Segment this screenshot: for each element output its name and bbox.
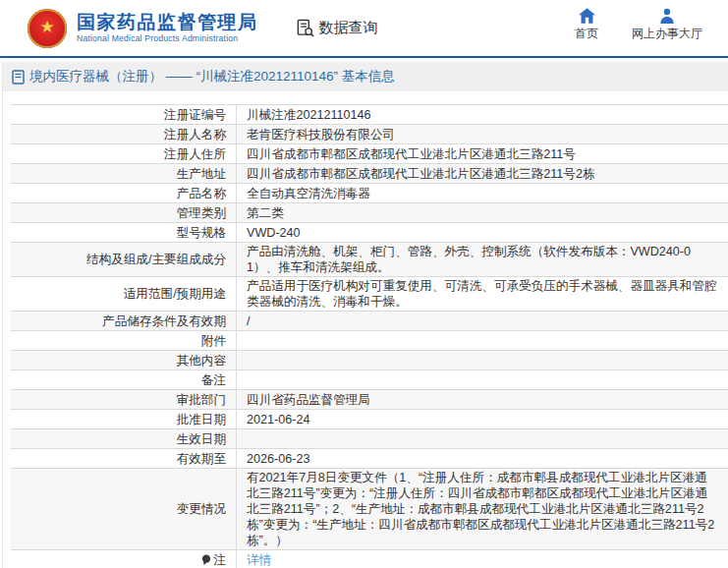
row-label: 管理类别 (11, 203, 237, 222)
row-label: 审批部门 (11, 390, 237, 409)
row-label: 型号规格 (11, 223, 237, 242)
table-row-effective-date: 生效日期 (11, 429, 728, 449)
emblem-star: ★ (39, 19, 54, 35)
table-row-note: 注 详情 (11, 550, 728, 568)
row-label: 产品储存条件及有效期 (11, 312, 237, 330)
row-value: 全自动真空清洗消毒器 (237, 184, 728, 202)
row-value: 四川省成都市郫都区成都现代工业港北片区港通北三路211号 (237, 144, 728, 163)
table-row-management-class: 管理类别 第二类 (11, 203, 728, 223)
header-quick-links: 首页 网上办事大厅 (575, 8, 702, 40)
row-label: 产品名称 (11, 184, 237, 202)
table-row-attachments: 附件 (11, 331, 728, 351)
row-label: 其他内容 (11, 351, 237, 369)
row-value (237, 370, 728, 389)
table-row-production-address: 生产地址 四川省成都市郫都区成都现代工业港北片区港通北三路211号2栋 (11, 164, 728, 184)
page-title-bar: 境内医疗器械（注册） —— “川械注准20212110146” 基本信息 (3, 62, 728, 91)
page-title: 境内医疗器械（注册） —— “川械注准20212110146” 基本信息 (29, 68, 395, 85)
note-details-link[interactable]: 详情 (247, 552, 271, 568)
row-label: 适用范围/预期用途 (11, 277, 237, 311)
row-value (237, 429, 728, 448)
row-label: 生效日期 (11, 429, 237, 448)
home-icon (579, 8, 595, 24)
person-icon (659, 8, 675, 24)
row-value: 四川省药品监督管理局 (237, 390, 728, 409)
row-value: 第二类 (237, 203, 728, 222)
table-row-approval-department: 审批部门 四川省药品监督管理局 (11, 390, 728, 410)
nav-data-query[interactable]: 数据查询 (296, 19, 378, 37)
row-label: 注册人住所 (11, 144, 237, 163)
site-header: ★ 国家药品监督管理局 National Medical Products Ad… (0, 0, 728, 58)
row-label: 附件 (11, 331, 237, 350)
row-label: 备注 (11, 370, 237, 389)
document-icon (12, 70, 25, 85)
note-bullet-icon (201, 554, 211, 566)
row-value: 2021-06-24 (237, 410, 728, 428)
table-row-storage-validity: 产品储存条件及有效期 / (11, 312, 728, 331)
row-value: 详情 (237, 550, 728, 568)
table-row-model-spec: 型号规格 VWD-240 (11, 223, 728, 243)
nav-data-query-label: 数据查询 (319, 19, 378, 37)
row-value (237, 331, 728, 350)
agency-name-cn: 国家药品监督管理局 (77, 12, 258, 33)
row-label: 注册人名称 (11, 125, 237, 143)
nav-service-hall[interactable]: 网上办事大厅 (632, 8, 702, 40)
table-row-registrant-name: 注册人名称 老肯医疗科技股份有限公司 (11, 125, 728, 144)
row-value: 2026-06-23 (237, 449, 728, 468)
table-row-change-history: 变更情况 有2021年7月8日变更文件（1、“注册人住所：成都市郫县成都现代工业… (11, 469, 728, 550)
row-value: VWD-240 (237, 223, 728, 242)
row-label: 有效期至 (11, 449, 237, 468)
table-row-registration-number: 注册证编号 川械注准20212110146 (11, 104, 728, 125)
row-value: 川械注准20212110146 (237, 105, 728, 124)
table-row-expiry-date: 有效期至 2026-06-23 (11, 449, 728, 469)
row-label: 批准日期 (11, 410, 237, 428)
table-row-registrant-address: 注册人住所 四川省成都市郫都区成都现代工业港北片区港通北三路211号 (11, 144, 728, 164)
table-row-approval-date: 批准日期 2021-06-24 (11, 410, 728, 429)
table-row-other-content: 其他内容 (11, 351, 728, 370)
agency-name-en: National Medical Products Administration (77, 33, 258, 44)
table-row-structure-composition: 结构及组成/主要组成成分 产品由清洗舱、机架、柜门、管路、外壳、控制系统（软件发… (11, 243, 728, 277)
row-value: 产品由清洗舱、机架、柜门、管路、外壳、控制系统（软件发布版本：VWD240-01… (237, 243, 728, 276)
nav-home-label: 首页 (575, 27, 598, 40)
agency-logo[interactable]: ★ 国家药品监督管理局 National Medical Products Ad… (28, 9, 258, 48)
row-label: 生产地址 (11, 164, 237, 183)
row-label: 结构及组成/主要组成成分 (11, 243, 237, 276)
row-label: 注 (11, 550, 237, 568)
page-content: 境内医疗器械（注册） —— “川械注准20212110146” 基本信息 注册证… (2, 62, 728, 568)
agency-name-block: 国家药品监督管理局 National Medical Products Admi… (77, 12, 258, 44)
national-emblem-icon: ★ (28, 9, 67, 48)
row-label: 注册证编号 (11, 105, 237, 124)
data-query-icon (296, 19, 314, 37)
nav-home[interactable]: 首页 (575, 8, 598, 40)
row-value: 老肯医疗科技股份有限公司 (237, 125, 728, 143)
table-row-intended-use: 适用范围/预期用途 产品适用于医疗机构对可重复使用、可清洗、可承受负压的手术器械… (11, 277, 728, 312)
row-value: 产品适用于医疗机构对可重复使用、可清洗、可承受负压的手术器械、器皿器具和管腔类器… (237, 277, 728, 311)
registration-info-table: 注册证编号 川械注准20212110146 注册人名称 老肯医疗科技股份有限公司… (11, 104, 728, 568)
row-value: 有2021年7月8日变更文件（1、“注册人住所：成都市郫县成都现代工业港北片区港… (237, 469, 728, 549)
row-label: 变更情况 (11, 469, 237, 549)
row-value (237, 351, 728, 369)
table-row-remarks: 备注 (11, 370, 728, 390)
table-row-product-name: 产品名称 全自动真空清洗消毒器 (11, 184, 728, 203)
row-value: 四川省成都市郫都区成都现代工业港北片区港通北三路211号2栋 (237, 164, 728, 183)
row-value: / (237, 312, 728, 330)
nav-service-hall-label: 网上办事大厅 (632, 27, 702, 40)
